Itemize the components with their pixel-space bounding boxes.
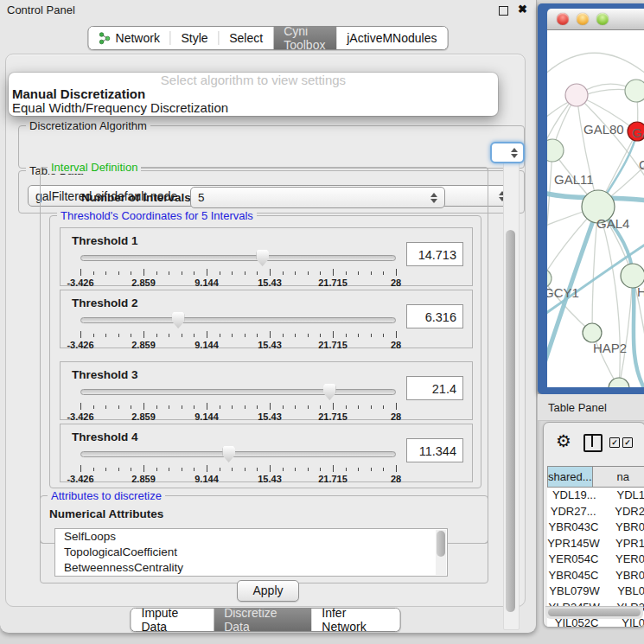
network-node[interactable]	[565, 84, 588, 106]
close-traffic-light[interactable]	[557, 13, 569, 25]
network-canvas[interactable]: GAL80GACGAL11GAL4GCY1HHAP2	[547, 30, 644, 387]
tick-label: 9.144	[194, 411, 219, 422]
close-icon[interactable]: ✖	[518, 3, 527, 16]
list-scrollbar[interactable]	[436, 530, 446, 575]
bottom-tab-infer-network[interactable]: Infer Network	[311, 609, 399, 631]
apply-button[interactable]: Apply	[237, 580, 299, 602]
table-cell[interactable]: YER0	[600, 552, 644, 568]
slider-handle[interactable]	[172, 312, 185, 328]
gear-icon[interactable]: ⚙	[556, 430, 571, 451]
tick-label: -3.426	[67, 340, 93, 350]
network-view-window: GAL80GACGAL11GAL4GCY1HHAP2	[538, 3, 644, 394]
table-cell[interactable]: YBL0	[602, 583, 644, 600]
table-cell[interactable]: YBR043C	[547, 520, 600, 536]
algorithm-combobox[interactable]	[490, 142, 525, 163]
table-panel-window: ⚙ ✓ ✓ shared...na YDL19...YDL1YDR27...YD…	[543, 422, 644, 628]
panel-scrollbar-thumb[interactable]	[506, 230, 515, 612]
numerical-attributes-list[interactable]: SelfLoopsTopologicalCoefficientBetweenne…	[54, 528, 448, 577]
tab-select[interactable]: Select	[219, 27, 273, 49]
screen: Control Panel ✖ NetworkStyleSelectCyni T…	[0, 0, 644, 644]
threshold-value-field[interactable]: 14.713	[406, 242, 463, 266]
slider-handle[interactable]	[323, 384, 336, 400]
table-cell[interactable]: YDL19...	[547, 488, 601, 504]
table-cell[interactable]: YBR0	[600, 520, 644, 536]
top-tab-bar: NetworkStyleSelectCyni ToolboxjActiveMNo…	[88, 26, 449, 50]
tab-cyni-toolbox[interactable]: Cyni Toolbox	[273, 27, 336, 49]
tab-label: Cyni Toolbox	[284, 26, 326, 50]
table-row[interactable]: YBR045CYBR0	[547, 568, 644, 584]
table-cell[interactable]: YDL1	[601, 488, 644, 504]
bottom-tab-discretize-data[interactable]: Discretize Data	[214, 609, 311, 631]
table-row[interactable]: YER054CYER0	[547, 552, 644, 568]
slider-ticks	[80, 465, 396, 473]
slider-tick-labels: -3.4262.8599.14415.4321.71528	[80, 474, 396, 484]
table-cell[interactable]: YPR1	[600, 536, 644, 552]
combo-arrows-icon	[506, 148, 518, 158]
tick-label: -3.426	[67, 474, 93, 484]
table-row[interactable]: YPR145WYPR1	[547, 536, 644, 552]
table-cell[interactable]: YBR0	[600, 568, 644, 584]
slider-track[interactable]	[80, 317, 396, 323]
columns-icon[interactable]	[583, 434, 603, 452]
threshold-value-field[interactable]: 6.316	[406, 304, 463, 328]
table-cell[interactable]: YBL079W	[547, 583, 602, 600]
column-header-shared-name[interactable]: shared...	[547, 466, 593, 488]
network-node[interactable]	[547, 139, 564, 162]
horizontal-scrollbar[interactable]	[545, 606, 643, 619]
number-of-intervals-label: Number of Intervals	[81, 191, 191, 204]
checkbox-icon[interactable]: ✓	[609, 437, 620, 448]
checkbox-icon[interactable]: ✓	[622, 437, 633, 448]
table-panel-title: Table Panel	[548, 401, 607, 414]
table-row[interactable]: YDR27...YDR2	[547, 504, 644, 520]
tick-label: 21.715	[318, 474, 348, 484]
table-cell[interactable]: YDR2	[599, 504, 644, 520]
attribute-list-item[interactable]: TopologicalCoefficient	[55, 545, 447, 560]
control-panel-titlebar: Control Panel ✖	[0, 0, 536, 21]
horizontal-scrollbar-thumb[interactable]	[548, 609, 641, 616]
threshold-slider[interactable]: -3.4262.8599.14415.4321.71528	[80, 385, 396, 419]
threshold-value-field[interactable]: 11.344	[406, 438, 463, 462]
algorithm-dropdown-popup: Select algorithm to view settings Manual…	[9, 73, 498, 116]
threshold-row: Threshold 3 -3.4262.8599.14415.4321.7152…	[60, 361, 473, 420]
threshold-slider[interactable]: -3.4262.8599.14415.4321.71528	[80, 313, 396, 348]
slider-track[interactable]	[80, 451, 396, 457]
panel-scrollbar[interactable]	[503, 162, 520, 630]
slider-handle[interactable]	[222, 446, 235, 462]
number-of-intervals-combobox[interactable]: 5	[190, 187, 445, 208]
table-row[interactable]: YDL19...YDL1	[547, 488, 644, 504]
network-node[interactable]	[625, 80, 644, 102]
network-node[interactable]	[583, 323, 602, 342]
algorithm-group-label: Discretization Algorithm	[26, 119, 150, 132]
network-window-titlebar[interactable]	[547, 9, 644, 30]
tick-label: -3.426	[67, 411, 93, 422]
dropdown-option-equal-width-frequency[interactable]: Equal Width/Frequency Discretization	[9, 101, 498, 115]
tab-jactivemnodules[interactable]: jActiveMNodules	[336, 27, 447, 49]
table-row[interactable]: YBR043CYBR0	[547, 520, 644, 536]
zoom-traffic-light[interactable]	[596, 13, 609, 25]
slider-track[interactable]	[80, 255, 396, 261]
threshold-value-field[interactable]: 21.4	[406, 376, 463, 400]
node-label: GA	[632, 125, 644, 140]
bottom-tab-impute-data[interactable]: Impute Data	[131, 609, 214, 631]
threshold-slider[interactable]: -3.4262.8599.14415.4321.71528	[80, 447, 396, 481]
table-cell[interactable]: YPR145W	[547, 536, 600, 552]
table-row[interactable]: YBL079WYBL0	[547, 583, 644, 600]
column-header-name[interactable]: na	[593, 466, 644, 488]
threshold-slider[interactable]: -3.4262.8599.14415.4321.71528	[80, 251, 396, 285]
attribute-list-item[interactable]: BetweennessCentrality	[55, 560, 447, 576]
table-cell[interactable]: YER054C	[547, 552, 600, 568]
dropdown-option-manual-discretization[interactable]: Manual Discretization	[9, 87, 498, 101]
node-label: GAL11	[554, 172, 594, 187]
tab-label: Impute Data	[142, 608, 204, 632]
tab-network[interactable]: Network	[89, 27, 170, 49]
slider-handle[interactable]	[256, 250, 269, 266]
table-cell[interactable]: YBR045C	[547, 568, 600, 584]
table-cell[interactable]: YDR27...	[547, 504, 599, 520]
minimize-traffic-light[interactable]	[577, 13, 589, 25]
network-node[interactable]	[609, 378, 629, 387]
float-window-icon[interactable]	[499, 6, 508, 16]
attribute-list-item[interactable]: SelfLoops	[55, 529, 447, 545]
tab-style[interactable]: Style	[171, 27, 219, 49]
threshold-row: Threshold 1 -3.4262.8599.14415.4321.7152…	[60, 227, 473, 286]
slider-track[interactable]	[80, 389, 396, 395]
